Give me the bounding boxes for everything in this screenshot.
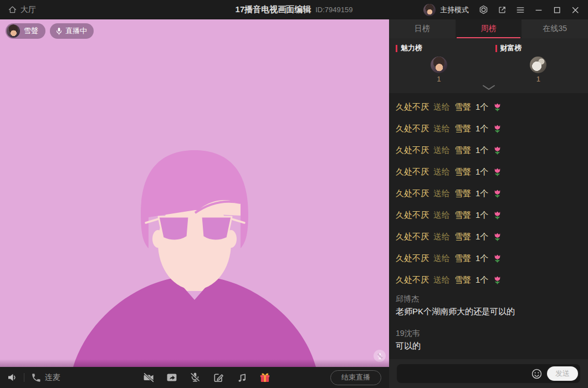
edit-icon bbox=[212, 371, 224, 384]
camera-toggle-button[interactable] bbox=[142, 371, 155, 384]
gift-recipient: 雪聲 bbox=[454, 124, 471, 134]
screen-share-button[interactable] bbox=[166, 371, 178, 384]
gear-icon bbox=[478, 4, 489, 15]
mic-icon bbox=[55, 27, 63, 35]
mic-off-icon bbox=[376, 353, 384, 360]
tulip-icon bbox=[493, 232, 502, 242]
gift-message: 久处不厌 送给 雪聲 1个 bbox=[396, 118, 581, 140]
rank-tab[interactable]: 日榜 bbox=[389, 19, 456, 38]
gift-action: 送给 bbox=[433, 232, 450, 242]
rank-number: 1 bbox=[536, 75, 540, 83]
rank-top-avatar[interactable] bbox=[431, 57, 447, 73]
tulip-icon bbox=[493, 275, 502, 285]
live-status-badge: 直播中 bbox=[50, 23, 94, 39]
chat-message: 19沈韦 可以的 bbox=[396, 328, 581, 351]
rank-column-title: 财富榜 bbox=[495, 43, 522, 53]
rank-expand-toggle[interactable] bbox=[482, 83, 495, 93]
menu-button[interactable] bbox=[515, 5, 525, 15]
mic-toggle-button[interactable] bbox=[189, 371, 201, 384]
host-mode-label: 主持模式 bbox=[440, 5, 469, 15]
streamer-name: 雪聲 bbox=[24, 26, 38, 36]
gift-button[interactable] bbox=[259, 371, 271, 384]
chevron-down-icon bbox=[482, 85, 495, 90]
rank-top-avatar[interactable] bbox=[530, 57, 546, 73]
chat-sender: 邱博杰 bbox=[396, 293, 581, 304]
gift-action: 送给 bbox=[433, 167, 450, 177]
stream-stage: 雪聲 直播中 bbox=[0, 19, 389, 388]
speaker-button[interactable] bbox=[7, 372, 18, 383]
gift-amount: 1个 bbox=[475, 145, 488, 156]
voice-link-label: 连麦 bbox=[45, 372, 60, 382]
phone-icon bbox=[30, 372, 41, 383]
app-window: 大厅 17播音电视画面编辑 ID:7949159 主持模式 bbox=[0, 0, 588, 388]
edit-button[interactable] bbox=[212, 371, 224, 384]
close-button[interactable] bbox=[570, 5, 580, 15]
tulip-icon bbox=[493, 146, 502, 155]
end-stream-button[interactable]: 结束直播 bbox=[330, 370, 381, 385]
page-title: 17播音电视画面编辑 bbox=[236, 4, 311, 15]
minimize-button[interactable] bbox=[534, 5, 544, 15]
host-mode-menu[interactable]: 主持模式 bbox=[423, 4, 470, 16]
maximize-button[interactable] bbox=[552, 5, 562, 15]
voice-link-button[interactable]: 连麦 bbox=[30, 372, 60, 383]
rank-tab[interactable]: 在线35 bbox=[521, 19, 588, 38]
chat-text: 可以的 bbox=[396, 340, 581, 351]
rank-title-bar bbox=[495, 45, 497, 52]
settings-button[interactable] bbox=[478, 4, 489, 15]
gift-sender: 久处不厌 bbox=[396, 232, 429, 242]
title-bar: 大厅 17播音电视画面编辑 ID:7949159 主持模式 bbox=[0, 0, 588, 19]
chat-text: 老师PK个湖南师大的还是可以的 bbox=[396, 306, 581, 317]
tulip-icon bbox=[493, 254, 502, 263]
minimize-icon bbox=[534, 5, 544, 15]
gift-amount: 1个 bbox=[475, 210, 488, 221]
gift-recipient: 雪聲 bbox=[454, 253, 471, 264]
mic-off-icon bbox=[189, 371, 201, 384]
streamer-avatar bbox=[7, 24, 20, 38]
gift-sender: 久处不厌 bbox=[396, 167, 429, 177]
rank-tab[interactable]: 周榜 bbox=[456, 19, 522, 38]
rank-column: 魅力榜 1 bbox=[389, 38, 489, 93]
music-note-icon bbox=[236, 372, 248, 384]
gift-recipient: 雪聲 bbox=[454, 210, 471, 221]
chat-message: 邱博杰 老师PK个湖南师大的还是可以的 bbox=[396, 293, 581, 317]
gift-action: 送给 bbox=[433, 275, 450, 285]
video-bottom-shade bbox=[0, 359, 389, 367]
gift-action: 送给 bbox=[433, 102, 450, 113]
close-icon bbox=[570, 5, 580, 15]
gift-action: 送给 bbox=[433, 124, 450, 134]
gift-amount: 1个 bbox=[475, 275, 488, 285]
rank-column: 财富榜 1 bbox=[489, 38, 588, 93]
gift-message: 久处不厌 送给 雪聲 1个 bbox=[396, 183, 581, 205]
tulip-icon bbox=[493, 103, 502, 112]
gift-sender: 久处不厌 bbox=[396, 253, 429, 264]
gift-message: 久处不厌 送给 雪聲 1个 bbox=[396, 96, 581, 118]
gift-amount: 1个 bbox=[475, 232, 488, 242]
popout-button[interactable] bbox=[497, 5, 507, 15]
screen-share-icon bbox=[166, 371, 178, 384]
lobby-button[interactable]: 大厅 bbox=[8, 5, 36, 15]
chat-input-box: 发送 bbox=[397, 364, 580, 383]
chat-input[interactable] bbox=[403, 369, 526, 378]
chat-composer: 发送 bbox=[389, 359, 588, 388]
music-button[interactable] bbox=[236, 371, 248, 384]
tulip-icon bbox=[493, 189, 502, 198]
live-label: 直播中 bbox=[65, 26, 87, 36]
home-icon bbox=[8, 5, 17, 14]
gift-message: 久处不厌 送给 雪聲 1个 bbox=[396, 269, 581, 291]
gift-sender: 久处不厌 bbox=[396, 145, 429, 156]
gift-action: 送给 bbox=[433, 253, 450, 264]
hamburger-icon bbox=[515, 5, 525, 15]
emoji-smile-icon bbox=[531, 368, 543, 380]
rank-tab-label: 在线35 bbox=[543, 24, 567, 34]
gift-sender: 久处不厌 bbox=[396, 275, 429, 285]
popout-icon bbox=[497, 5, 507, 15]
send-button[interactable]: 发送 bbox=[547, 366, 578, 381]
tulip-icon bbox=[493, 211, 502, 220]
emoji-button[interactable] bbox=[531, 368, 543, 380]
streamer-illustration bbox=[0, 19, 389, 367]
streamer-badge[interactable]: 雪聲 bbox=[6, 23, 45, 39]
gift-message: 久处不厌 送给 雪聲 1个 bbox=[396, 248, 581, 269]
gift-message: 久处不厌 送给 雪聲 1个 bbox=[396, 205, 581, 226]
camera-off-icon bbox=[142, 371, 155, 384]
gift-recipient: 雪聲 bbox=[454, 275, 471, 285]
